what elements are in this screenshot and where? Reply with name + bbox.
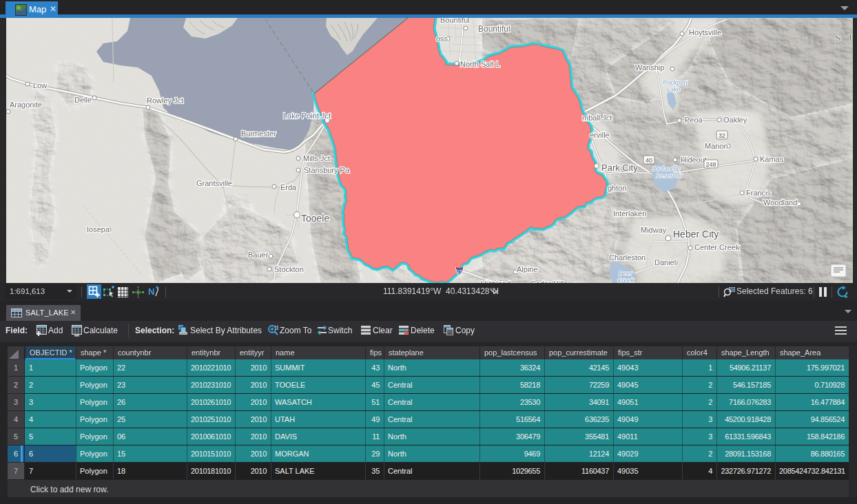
svg-text:N: N xyxy=(148,286,154,297)
